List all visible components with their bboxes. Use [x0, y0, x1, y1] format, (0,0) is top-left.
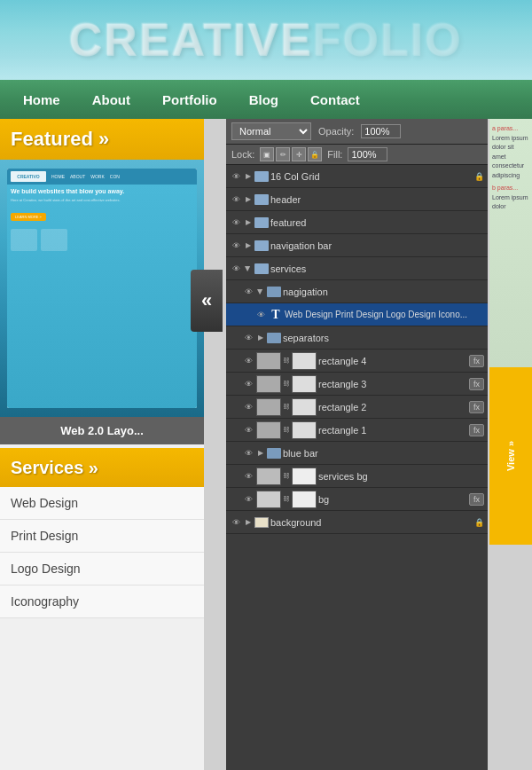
- visibility-icon[interactable]: 👁: [230, 240, 242, 252]
- expand-arrow[interactable]: ▶: [244, 241, 253, 250]
- layer-services-bg[interactable]: 👁 ⛓ services bg: [226, 465, 488, 488]
- lock-transparent-icon[interactable]: ▣: [260, 147, 274, 161]
- visibility-icon[interactable]: 👁: [230, 193, 242, 206]
- folder-icon: [254, 194, 269, 205]
- visibility-icon[interactable]: 👁: [242, 355, 254, 367]
- visibility-icon[interactable]: 👁: [230, 216, 242, 229]
- service-print-design[interactable]: Print Design: [0, 520, 204, 553]
- nav-contact[interactable]: Contact: [296, 87, 374, 113]
- layer-name: header: [270, 194, 484, 205]
- layer-rect1[interactable]: 👁 ⛓ rectangle 1 fx: [226, 419, 488, 442]
- folder-icon: [267, 333, 281, 343]
- layer-services[interactable]: 👁 ▶ services: [226, 257, 488, 280]
- featured-label: Featured »: [11, 128, 109, 151]
- fill-input[interactable]: [348, 147, 387, 161]
- nav-blog[interactable]: Blog: [235, 87, 293, 113]
- layer-name: bg: [318, 494, 467, 505]
- layer-background[interactable]: 👁 ▶ background 🔒: [226, 511, 488, 534]
- right-panel-top: a paras... Lorem ipsum dolor sit amet co…: [489, 119, 532, 367]
- chain-icon: ⛓: [283, 472, 290, 480]
- visibility-icon[interactable]: 👁: [242, 378, 254, 390]
- nav-home[interactable]: Home: [9, 87, 74, 113]
- layer-nagigation[interactable]: 👁 ▶ nagigation: [226, 280, 488, 303]
- expand-arrow[interactable]: ▶: [256, 334, 265, 342]
- layer-blue-bar[interactable]: 👁 ▶ blue bar: [226, 442, 488, 465]
- layer-separators[interactable]: 👁 ▶ separators: [226, 326, 488, 350]
- layer-navigation-bar[interactable]: 👁 ▶ navigation bar: [226, 234, 488, 257]
- service-web-design[interactable]: Web Design: [0, 487, 204, 520]
- layer-name: background: [270, 517, 473, 528]
- nav-portfolio[interactable]: Portfolio: [148, 87, 231, 113]
- fx-button[interactable]: fx: [469, 493, 484, 506]
- visibility-icon[interactable]: 👁: [230, 263, 242, 275]
- visibility-icon[interactable]: 👁: [242, 401, 254, 413]
- layer-name: 16 Col Grid: [270, 171, 473, 182]
- visibility-icon[interactable]: 👁: [230, 516, 242, 529]
- layer-rect2[interactable]: 👁 ⛓ rectangle 2 fx: [226, 396, 488, 419]
- visibility-icon[interactable]: 👁: [242, 447, 254, 460]
- visibility-icon[interactable]: 👁: [242, 286, 254, 298]
- banner-light: FOLIO: [313, 14, 463, 66]
- expand-arrow[interactable]: ▶: [244, 518, 253, 527]
- opacity-input[interactable]: [361, 124, 401, 138]
- visibility-icon[interactable]: 👁: [254, 309, 267, 321]
- blend-mode-select[interactable]: Normal: [231, 122, 311, 140]
- visibility-icon[interactable]: 👁: [230, 170, 242, 183]
- folder-icon: [254, 171, 269, 182]
- services-label: Services »: [11, 458, 98, 478]
- visibility-icon[interactable]: 👁: [242, 332, 254, 344]
- service-iconography[interactable]: Iconography: [0, 585, 204, 618]
- expand-arrow[interactable]: ▶: [256, 449, 265, 458]
- expand-arrow[interactable]: ▶: [244, 264, 253, 273]
- thumb-sub: Here at Creativo, we build state-of-the-…: [11, 198, 193, 202]
- expand-arrow[interactable]: ▶: [244, 172, 253, 181]
- view-more-text: View »: [505, 441, 516, 471]
- lock-all-icon[interactable]: 🔒: [308, 147, 322, 161]
- expand-arrow[interactable]: ▶: [244, 195, 253, 204]
- expand-arrow[interactable]: ▶: [244, 218, 253, 227]
- expand-arrow[interactable]: ▶: [256, 287, 265, 296]
- ps-lock-row: Lock: ▣ ✏ ✛ 🔒 Fill:: [226, 145, 488, 165]
- prev-arrow[interactable]: «: [191, 270, 223, 332]
- service-logo-design[interactable]: Logo Design: [0, 553, 204, 585]
- folder-icon: [254, 263, 269, 274]
- thumb-content: We build websites that blow you away. He…: [7, 185, 197, 408]
- folder-icon: [254, 217, 269, 228]
- layer-rect4[interactable]: 👁 ⛓ rectangle 4 fx: [226, 350, 488, 373]
- lock-image-icon[interactable]: ✏: [276, 147, 290, 161]
- layer-thumbnail: [256, 352, 281, 370]
- services-list: Web Design Print Design Logo Design Icon…: [0, 487, 204, 618]
- services-header[interactable]: Services »: [0, 448, 204, 487]
- banner: CREATIVEFOLIO: [0, 0, 532, 80]
- thumb-inner: CREATIVO HOME ABOUT WORK CON We build we…: [7, 169, 197, 408]
- thumb-nav-home: HOME: [50, 173, 66, 180]
- fx-button[interactable]: fx: [469, 401, 484, 413]
- layer-16-col-grid[interactable]: 👁 ▶ 16 Col Grid 🔒: [226, 165, 488, 188]
- visibility-icon[interactable]: 👁: [242, 470, 254, 483]
- layer-name: rectangle 3: [318, 379, 467, 389]
- layer-header[interactable]: 👁 ▶ header: [226, 188, 488, 211]
- fx-button[interactable]: fx: [469, 355, 484, 367]
- lock-icon: 🔒: [474, 518, 484, 527]
- chain-icon: ⛓: [283, 380, 290, 388]
- thumb-nav-about: ABOUT: [68, 173, 87, 180]
- layer-name: rectangle 2: [318, 402, 467, 412]
- fx-button[interactable]: fx: [469, 378, 484, 390]
- layer-name: Web Design Print Design Logo Design Icon…: [285, 310, 484, 319]
- layer-name: services bg: [318, 471, 484, 482]
- featured-header[interactable]: Featured »: [0, 119, 204, 160]
- lock-position-icon[interactable]: ✛: [292, 147, 306, 161]
- layer-name: rectangle 1: [318, 425, 467, 436]
- layer-bg[interactable]: 👁 ⛓ bg fx: [226, 488, 488, 511]
- nav-about[interactable]: About: [78, 87, 145, 113]
- layer-text-active[interactable]: 👁 T Web Design Print Design Logo Design …: [226, 303, 488, 326]
- layer-rect3[interactable]: 👁 ⛓ rectangle 3 fx: [226, 373, 488, 396]
- fill-label: Fill:: [327, 149, 342, 160]
- fx-button[interactable]: fx: [469, 424, 484, 436]
- ps-top-controls: Normal Opacity:: [226, 119, 488, 145]
- layer-featured[interactable]: 👁 ▶ featured: [226, 211, 488, 234]
- layer-name: navigation bar: [270, 240, 484, 251]
- visibility-icon[interactable]: 👁: [242, 424, 254, 436]
- visibility-icon[interactable]: 👁: [242, 493, 254, 506]
- chain-icon: ⛓: [283, 426, 290, 434]
